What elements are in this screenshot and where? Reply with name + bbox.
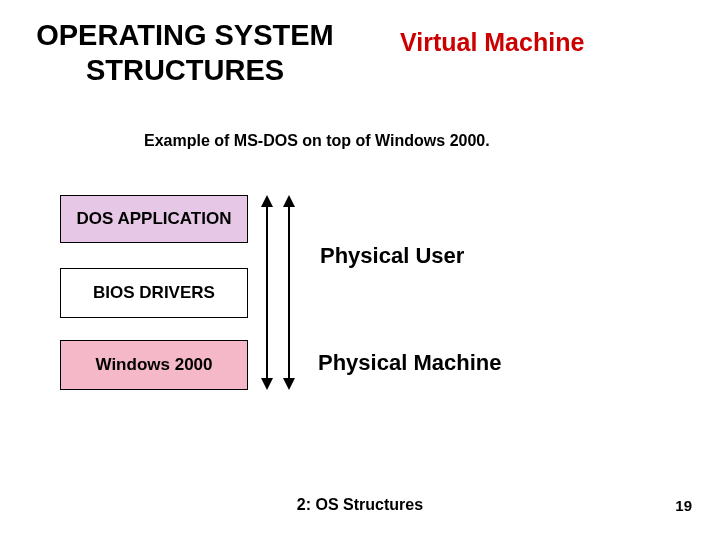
arrow-inner-head-up xyxy=(261,195,273,207)
page-title-left: OPERATING SYSTEM STRUCTURES xyxy=(20,18,350,88)
arrow-outer-head-up xyxy=(283,195,295,207)
page-title-right: Virtual Machine xyxy=(400,28,584,57)
label-physical-user: Physical User xyxy=(320,243,464,269)
arrow-inner-head-down xyxy=(261,378,273,390)
box-bios-drivers: BIOS DRIVERS xyxy=(60,268,248,318)
footer-chapter: 2: OS Structures xyxy=(0,496,720,514)
box-windows-2000: Windows 2000 xyxy=(60,340,248,390)
box-dos-application: DOS APPLICATION xyxy=(60,195,248,243)
diagram-caption: Example of MS-DOS on top of Windows 2000… xyxy=(144,132,490,150)
arrow-outer-head-down xyxy=(283,378,295,390)
label-physical-machine: Physical Machine xyxy=(318,350,501,376)
arrow-outer-line xyxy=(288,206,290,380)
page-number: 19 xyxy=(675,497,692,514)
arrow-inner-line xyxy=(266,206,268,380)
